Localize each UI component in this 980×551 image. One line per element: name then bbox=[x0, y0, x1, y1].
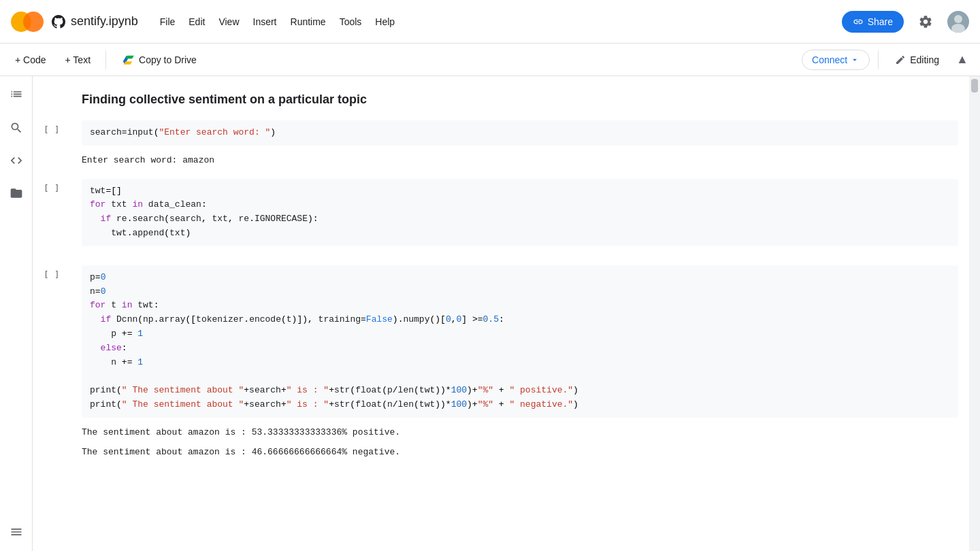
menu-file[interactable]: File bbox=[154, 14, 181, 30]
code-cell-2[interactable]: [ ] twt=[] for txt in data_clean: if re.… bbox=[33, 176, 969, 249]
user-avatar[interactable] bbox=[947, 11, 969, 33]
cell-code-3[interactable]: p=0 n=0 for t in twt: if Dcnn(np.array([… bbox=[82, 265, 958, 418]
files-icon[interactable] bbox=[5, 182, 27, 204]
code-icon[interactable] bbox=[5, 150, 27, 171]
chevron-down-icon bbox=[850, 55, 860, 65]
cell-bracket-2: [ ] bbox=[44, 179, 82, 193]
menu-edit[interactable]: Edit bbox=[183, 14, 210, 30]
editing-indicator: Editing bbox=[887, 50, 947, 69]
notebook-title[interactable]: sentify.ipynb bbox=[52, 14, 138, 29]
menu-insert[interactable]: Insert bbox=[248, 14, 282, 30]
menu-runtime[interactable]: Runtime bbox=[285, 14, 331, 30]
bottom-sidebar-icon[interactable] bbox=[5, 521, 27, 543]
code-cell-3[interactable]: [ ] p=0 n=0 for t in twt: if Dcnn(np.arr… bbox=[33, 263, 969, 420]
notebook-heading: Finding collective sentiment on a partic… bbox=[33, 87, 969, 118]
github-icon bbox=[52, 15, 65, 29]
svg-point-1 bbox=[23, 12, 44, 32]
editing-label: Editing bbox=[910, 54, 939, 65]
notebook-content[interactable]: Finding collective sentiment on a partic… bbox=[33, 76, 969, 551]
code-cell-1[interactable]: [ ] search=input("Enter search word: ") bbox=[33, 118, 969, 148]
colab-logo[interactable] bbox=[11, 5, 44, 38]
menu-bar: File Edit View Insert Runtime Tools Help bbox=[154, 14, 400, 30]
output-cell-1: Enter search word: amazon bbox=[33, 151, 969, 171]
share-button[interactable]: Share bbox=[842, 11, 904, 33]
right-panel bbox=[969, 76, 980, 551]
settings-button[interactable] bbox=[915, 11, 936, 33]
connect-button[interactable]: Connect bbox=[802, 50, 870, 70]
add-text-label: + Text bbox=[65, 54, 91, 65]
main-area: Finding collective sentiment on a partic… bbox=[0, 76, 980, 551]
topbar-right: Share bbox=[842, 11, 969, 33]
cell-bracket-3: [ ] bbox=[44, 265, 82, 280]
link-icon bbox=[853, 16, 864, 27]
table-of-contents-icon[interactable] bbox=[5, 84, 27, 106]
collapse-button[interactable]: ▲ bbox=[953, 50, 972, 69]
add-text-button[interactable]: + Text bbox=[59, 50, 98, 69]
toolbar-right: Connect Editing ▲ bbox=[802, 50, 972, 70]
cell-code-2[interactable]: twt=[] for txt in data_clean: if re.sear… bbox=[82, 179, 958, 246]
drive-icon bbox=[122, 54, 135, 66]
toolbar: + Code + Text Copy to Drive Connect Edit… bbox=[0, 44, 980, 76]
share-label: Share bbox=[868, 16, 893, 27]
menu-tools[interactable]: Tools bbox=[334, 14, 368, 30]
copy-to-drive-label: Copy to Drive bbox=[139, 54, 197, 65]
output-cell-3a: The sentiment about amazon is : 53.33333… bbox=[33, 423, 969, 443]
svg-point-3 bbox=[954, 15, 962, 23]
connect-label: Connect bbox=[812, 54, 847, 65]
menu-view[interactable]: View bbox=[213, 14, 244, 30]
search-icon[interactable] bbox=[5, 117, 27, 139]
gear-icon bbox=[918, 14, 933, 29]
topbar: sentify.ipynb File Edit View Insert Runt… bbox=[0, 0, 980, 44]
sidebar bbox=[0, 76, 33, 551]
notebook-filename[interactable]: sentify.ipynb bbox=[71, 14, 138, 29]
cell-bracket-1: [ ] bbox=[44, 120, 82, 135]
menu-help[interactable]: Help bbox=[370, 14, 400, 30]
cell-code-1[interactable]: search=input("Enter search word: ") bbox=[82, 120, 958, 146]
output-cell-3b: The sentiment about amazon is : 46.66666… bbox=[33, 443, 969, 463]
copy-to-drive-button[interactable]: Copy to Drive bbox=[114, 50, 205, 70]
pencil-icon bbox=[895, 54, 906, 65]
add-code-button[interactable]: + Code bbox=[8, 50, 53, 69]
add-code-label: + Code bbox=[15, 54, 46, 65]
